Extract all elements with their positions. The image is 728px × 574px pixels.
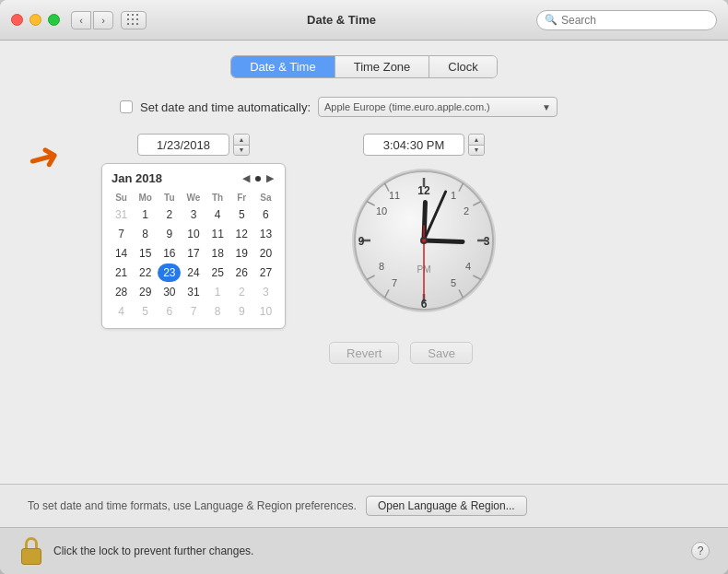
svg-text:9: 9	[358, 235, 365, 248]
help-button[interactable]: ?	[691, 542, 710, 560]
save-button[interactable]: Save	[410, 342, 473, 364]
calendar-day[interactable]: 27	[254, 264, 277, 282]
calendar-day[interactable]: 29	[134, 283, 157, 301]
date-input-row: 1/23/2018 ▲ ▼	[137, 134, 250, 156]
date-field[interactable]: 1/23/2018	[137, 134, 229, 156]
open-language-region-button[interactable]: Open Language & Region...	[366, 496, 527, 516]
server-select[interactable]: Apple Europe (time.euro.apple.com.) ▼	[318, 97, 558, 117]
grid-view-button[interactable]	[121, 11, 147, 29]
calendar-day[interactable]: 9	[158, 225, 181, 243]
calendar-day[interactable]: 1	[134, 205, 157, 224]
calendar-day[interactable]: 23	[158, 264, 181, 282]
calendar-day[interactable]: 5	[230, 205, 253, 224]
calendar-day[interactable]: 14	[110, 244, 133, 263]
calendar-day[interactable]: 6	[158, 302, 181, 321]
tabs-container: Date & Time Time Zone Clock	[230, 55, 498, 78]
date-stepper-down[interactable]: ▼	[234, 146, 249, 156]
calendar-day[interactable]: 31	[182, 283, 205, 301]
calendar-day[interactable]: 21	[110, 264, 133, 282]
calendar-day[interactable]: 30	[158, 283, 181, 301]
calendar-prev-button[interactable]: ◀	[241, 172, 252, 184]
buttons-row: Revert Save	[101, 342, 700, 364]
window-title: Date & Time	[147, 13, 536, 27]
nav-buttons: ‹ ›	[71, 11, 113, 29]
calendar-day[interactable]: 20	[254, 244, 277, 263]
lock-icon[interactable]	[18, 537, 44, 565]
calendar-day[interactable]: 3	[182, 205, 205, 224]
auto-label: Set date and time automatically:	[140, 100, 311, 114]
calendar-day[interactable]: 18	[206, 244, 229, 263]
calendar-day[interactable]: 4	[206, 205, 229, 224]
calendar-day[interactable]: 5	[134, 302, 157, 321]
calendar-day-header: Fr	[230, 191, 253, 205]
calendar-day[interactable]: 10	[254, 302, 277, 321]
svg-text:12: 12	[417, 184, 430, 197]
calendar-day[interactable]: 10	[182, 225, 205, 243]
date-stepper-up[interactable]: ▲	[234, 135, 249, 146]
calendar-day[interactable]: 11	[206, 225, 229, 243]
server-select-value: Apple Europe (time.euro.apple.com.)	[324, 101, 490, 112]
minimize-button[interactable]	[29, 14, 41, 26]
revert-button[interactable]: Revert	[329, 342, 399, 364]
calendar-day[interactable]: 1	[206, 283, 229, 301]
calendar-day[interactable]: 2	[230, 283, 253, 301]
fullscreen-button[interactable]	[48, 14, 60, 26]
auto-checkbox[interactable]	[120, 100, 133, 113]
grid-icon	[127, 14, 140, 27]
calendar-day[interactable]: 22	[134, 264, 157, 282]
svg-text:2: 2	[464, 205, 469, 217]
tabs-row: Date & Time Time Zone Clock	[28, 55, 700, 78]
calendar-day[interactable]: 26	[230, 264, 253, 282]
chevron-down-icon: ▼	[542, 102, 551, 112]
calendar-day[interactable]: 16	[158, 244, 181, 263]
calendar-day[interactable]: 2	[158, 205, 181, 224]
calendar-day[interactable]: 12	[230, 225, 253, 243]
time-section: 3:04:30 PM ▲ ▼	[350, 134, 498, 314]
svg-text:8: 8	[379, 261, 384, 272]
time-stepper-up[interactable]: ▲	[469, 135, 484, 146]
date-stepper[interactable]: ▲ ▼	[233, 134, 250, 156]
time-stepper-down[interactable]: ▼	[469, 146, 484, 156]
time-field[interactable]: 3:04:30 PM	[363, 134, 464, 156]
calendar-day[interactable]: 15	[134, 244, 157, 263]
svg-text:4: 4	[465, 261, 471, 272]
calendar-day[interactable]: 31	[110, 205, 133, 224]
window: ‹ › Date & Time 🔍 Date & Time Time Zone …	[0, 0, 728, 574]
svg-text:10: 10	[376, 205, 387, 217]
calendar-day[interactable]: 3	[254, 283, 277, 301]
auto-row: Set date and time automatically: Apple E…	[120, 97, 700, 117]
calendar-day[interactable]: 7	[110, 225, 133, 243]
svg-text:3: 3	[484, 235, 490, 248]
calendar-day[interactable]: 17	[182, 244, 205, 263]
search-input[interactable]	[561, 14, 709, 27]
calendar-next-button[interactable]: ▶	[264, 172, 276, 184]
calendar-day[interactable]: 8	[206, 302, 229, 321]
calendar-day[interactable]: 9	[230, 302, 253, 321]
calendar-day-header: Mo	[134, 191, 157, 205]
calendar-day[interactable]: 8	[134, 225, 157, 243]
traffic-lights	[11, 14, 60, 26]
svg-point-33	[422, 239, 426, 242]
clock-svg: 12 3 6 9 2 1 11 10 8 7 5 4 PM	[350, 167, 498, 314]
calendar-day[interactable]: 13	[254, 225, 277, 243]
time-input-row: 3:04:30 PM ▲ ▼	[363, 134, 485, 156]
time-stepper[interactable]: ▲ ▼	[468, 134, 485, 156]
calendar-today-dot[interactable]	[255, 176, 261, 182]
calendar-day[interactable]: 24	[182, 264, 205, 282]
calendar-day[interactable]: 6	[254, 205, 277, 224]
tab-datetime[interactable]: Date & Time	[231, 56, 335, 77]
calendar-day[interactable]: 7	[182, 302, 205, 321]
calendar-day[interactable]: 28	[110, 283, 133, 301]
calendar-day[interactable]: 4	[110, 302, 133, 321]
arrow-annotation: ➜	[22, 131, 65, 182]
forward-button[interactable]: ›	[93, 11, 113, 29]
tab-clock[interactable]: Clock	[429, 56, 497, 77]
calendar-day[interactable]: 19	[230, 244, 253, 263]
lock-shackle	[25, 537, 38, 548]
search-bar[interactable]: 🔍	[536, 10, 717, 30]
calendar-grid: SuMoTuWeThFrSa31123456789101112131415161…	[110, 191, 277, 321]
close-button[interactable]	[11, 14, 23, 26]
tab-timezone[interactable]: Time Zone	[335, 56, 430, 77]
back-button[interactable]: ‹	[71, 11, 91, 29]
calendar-day[interactable]: 25	[206, 264, 229, 282]
